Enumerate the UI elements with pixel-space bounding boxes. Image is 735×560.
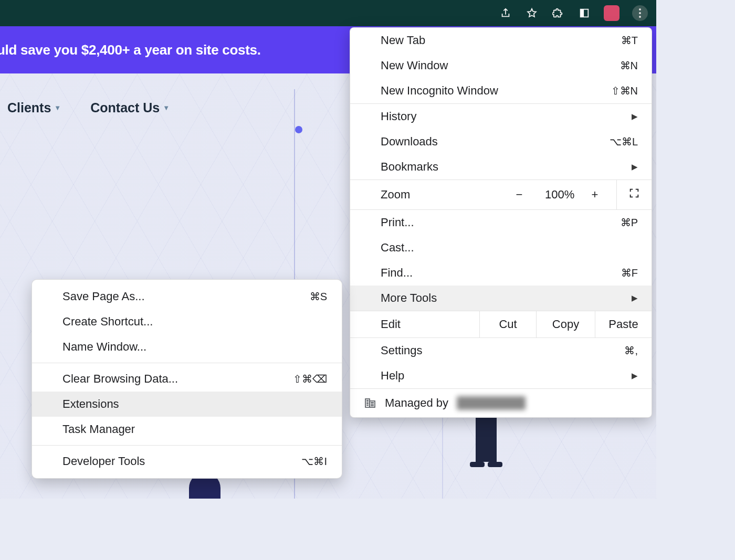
shortcut: ⇧⌘⌫ xyxy=(293,373,327,385)
shortcut: ⌘P xyxy=(621,216,638,229)
submenu-developer-tools[interactable]: Developer Tools ⌥⌘I xyxy=(32,449,342,474)
shortcut: ⌘, xyxy=(624,344,638,357)
menu-label: Find... xyxy=(381,266,413,280)
menu-label: Extensions xyxy=(62,397,119,411)
menu-cast[interactable]: Cast... xyxy=(350,235,652,260)
nav-label: Contact Us xyxy=(90,100,160,115)
menu-label: Settings xyxy=(381,344,423,357)
menu-settings[interactable]: Settings ⌘, xyxy=(350,338,652,363)
submenu-extensions[interactable]: Extensions xyxy=(32,392,342,417)
managed-by-row[interactable]: Managed by example.com xyxy=(350,388,652,417)
menu-label: New Tab xyxy=(381,34,425,47)
menu-history[interactable]: History ▶ xyxy=(350,104,652,129)
submenu-clear-browsing-data[interactable]: Clear Browsing Data... ⇧⌘⌫ xyxy=(32,366,342,392)
more-tools-submenu: Save Page As... ⌘S Create Shortcut... Na… xyxy=(32,279,342,479)
menu-label: Clear Browsing Data... xyxy=(62,372,178,386)
menu-label: Task Manager xyxy=(62,422,135,436)
menu-label: Cast... xyxy=(381,241,414,255)
shortcut: ⌥⌘I xyxy=(301,455,327,468)
chevron-down-icon: ▼ xyxy=(163,104,170,112)
menu-label: Print... xyxy=(381,216,414,229)
shortcut: ⌘T xyxy=(621,34,638,47)
menu-bookmarks[interactable]: Bookmarks ▶ xyxy=(350,154,652,179)
menu-label: Developer Tools xyxy=(62,455,145,468)
menu-label: Create Shortcut... xyxy=(62,315,153,329)
menu-label: Save Page As... xyxy=(62,290,145,303)
edit-label: Edit xyxy=(350,311,479,337)
svg-rect-1 xyxy=(581,9,584,17)
menu-label: Help xyxy=(381,369,404,383)
menu-find[interactable]: Find... ⌘F xyxy=(350,260,652,286)
organization-icon xyxy=(364,397,376,409)
chevron-down-icon: ▼ xyxy=(54,104,61,112)
managed-org-name: example.com xyxy=(457,396,526,410)
zoom-label: Zoom xyxy=(350,182,498,208)
chrome-main-menu: New Tab ⌘T New Window ⌘N New Incognito W… xyxy=(350,27,652,418)
browser-toolbar xyxy=(0,0,656,26)
kebab-menu-icon[interactable] xyxy=(632,5,648,21)
menu-label: New Window xyxy=(381,59,448,72)
chevron-right-icon: ▶ xyxy=(632,371,638,381)
menu-new-tab[interactable]: New Tab ⌘T xyxy=(350,28,652,53)
menu-label: History xyxy=(381,110,416,123)
chevron-right-icon: ▶ xyxy=(632,293,638,303)
shortcut: ⌥⌘L xyxy=(610,135,638,148)
menu-new-window[interactable]: New Window ⌘N xyxy=(350,53,652,78)
edit-cut-button[interactable]: Cut xyxy=(479,311,536,337)
menu-label: Name Window... xyxy=(62,340,146,354)
fullscreen-icon[interactable] xyxy=(616,180,652,209)
menu-downloads[interactable]: Downloads ⌥⌘L xyxy=(350,129,652,154)
panel-icon[interactable] xyxy=(578,6,591,20)
extensions-puzzle-icon[interactable] xyxy=(551,6,565,20)
share-icon[interactable] xyxy=(499,6,512,20)
nav-clients[interactable]: Clients ▼ xyxy=(7,100,61,115)
shortcut: ⌘S xyxy=(310,290,327,303)
zoom-in-button[interactable]: + xyxy=(583,188,607,202)
edit-copy-button[interactable]: Copy xyxy=(536,311,595,337)
chevron-right-icon: ▶ xyxy=(632,112,638,121)
menu-print[interactable]: Print... ⌘P xyxy=(350,210,652,235)
menu-label: New Incognito Window xyxy=(381,84,498,98)
menu-label: More Tools xyxy=(381,291,437,305)
shortcut: ⌘F xyxy=(621,267,638,279)
nav-label: Clients xyxy=(7,100,51,115)
menu-label: Downloads xyxy=(381,135,438,149)
profile-avatar[interactable] xyxy=(604,5,620,21)
menu-label: Bookmarks xyxy=(381,160,438,174)
submenu-name-window[interactable]: Name Window... xyxy=(32,334,342,360)
promo-text: uld save you $2,400+ a year on site cost… xyxy=(0,42,261,58)
edit-paste-button[interactable]: Paste xyxy=(595,311,652,337)
submenu-create-shortcut[interactable]: Create Shortcut... xyxy=(32,309,342,334)
menu-edit-row: Edit Cut Copy Paste xyxy=(350,311,652,338)
submenu-save-page[interactable]: Save Page As... ⌘S xyxy=(32,284,342,309)
zoom-out-button[interactable]: − xyxy=(507,188,531,202)
chevron-right-icon: ▶ xyxy=(632,162,638,172)
managed-by-prefix: Managed by xyxy=(385,396,448,410)
zoom-value: 100% xyxy=(545,188,569,202)
submenu-task-manager[interactable]: Task Manager xyxy=(32,417,342,442)
shortcut: ⇧⌘N xyxy=(611,84,638,97)
menu-new-incognito[interactable]: New Incognito Window ⇧⌘N xyxy=(350,78,652,103)
star-icon[interactable] xyxy=(525,6,539,20)
decor-person-2 xyxy=(465,415,507,478)
menu-help[interactable]: Help ▶ xyxy=(350,363,652,388)
nav-contact-us[interactable]: Contact Us ▼ xyxy=(90,100,170,115)
shortcut: ⌘N xyxy=(620,59,638,72)
menu-zoom-row: Zoom − 100% + xyxy=(350,179,652,210)
menu-more-tools[interactable]: More Tools ▶ xyxy=(350,286,652,311)
